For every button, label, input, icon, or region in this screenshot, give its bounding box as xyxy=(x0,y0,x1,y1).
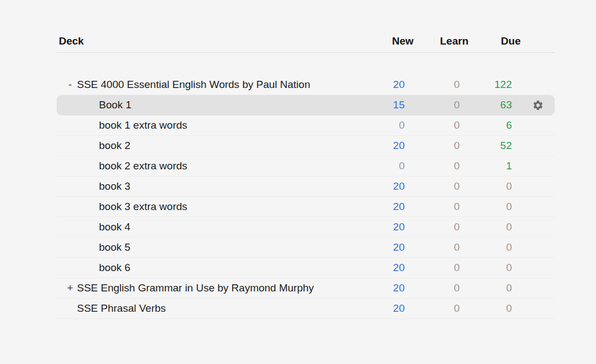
deck-cell: +SSE English Grammar in Use by Raymond M… xyxy=(57,282,372,294)
due-count: 0 xyxy=(468,241,521,253)
due-count: 122 xyxy=(468,79,521,91)
learn-count: 0 xyxy=(413,119,468,131)
deck-row-selected: Book 115063 xyxy=(57,95,555,115)
due-count: 6 xyxy=(468,119,521,131)
gear-icon xyxy=(532,100,544,111)
due-count: 0 xyxy=(468,302,521,315)
deck-table-header: Deck New Learn Due xyxy=(57,30,555,53)
due-count: 0 xyxy=(468,201,521,213)
due-count: 0 xyxy=(468,221,521,233)
learn-count: 0 xyxy=(413,262,468,274)
learn-count: 0 xyxy=(413,79,468,91)
due-count: 0 xyxy=(468,282,521,294)
new-count: 0 xyxy=(372,160,413,172)
deck-name[interactable]: book 4 xyxy=(99,221,130,233)
header-due: Due xyxy=(468,35,521,47)
deck-cell: Book 1 xyxy=(57,99,372,111)
deck-cell: book 3 xyxy=(57,180,372,192)
learn-count: 0 xyxy=(413,201,468,213)
deck-cell: book 1 extra words xyxy=(57,119,372,131)
new-count: 20 xyxy=(372,221,413,233)
new-count: 20 xyxy=(372,140,413,152)
learn-count: 0 xyxy=(413,99,468,111)
deck-rows: -SSE 4000 Essential English Words by Pau… xyxy=(57,75,555,319)
new-count: 20 xyxy=(372,79,413,91)
header-new: New xyxy=(372,35,413,47)
due-count: 0 xyxy=(468,262,521,274)
header-learn: Learn xyxy=(413,35,468,47)
deck-cell: book 4 xyxy=(57,221,372,233)
new-count: 20 xyxy=(372,241,413,253)
deck-row: book 220052 xyxy=(57,136,555,156)
new-count: 20 xyxy=(372,201,413,213)
deck-name[interactable]: book 6 xyxy=(99,262,130,274)
header-deck: Deck xyxy=(57,35,372,47)
deck-name[interactable]: book 3 extra words xyxy=(99,201,187,213)
expand-indicator[interactable]: + xyxy=(63,282,77,294)
deck-row: book 2 extra words001 xyxy=(57,156,555,177)
deck-row: book 1 extra words006 xyxy=(57,115,555,136)
deck-row: book 42000 xyxy=(57,217,555,238)
learn-count: 0 xyxy=(413,241,468,253)
new-count: 20 xyxy=(372,180,413,192)
due-count: 52 xyxy=(468,140,521,152)
deck-cell: SSE Phrasal Verbs xyxy=(57,302,372,315)
learn-count: 0 xyxy=(413,302,468,315)
new-count: 0 xyxy=(372,119,413,131)
deck-name[interactable]: Book 1 xyxy=(99,99,131,111)
learn-count: 0 xyxy=(413,282,468,294)
collapse-indicator[interactable]: - xyxy=(63,79,77,91)
deck-table: Deck New Learn Due -SSE 4000 Essential E… xyxy=(57,30,555,319)
deck-name[interactable]: book 1 extra words xyxy=(99,119,187,131)
new-count: 15 xyxy=(372,99,413,111)
deck-cell: book 2 extra words xyxy=(57,160,372,172)
deck-row: book 62000 xyxy=(57,258,555,278)
deck-cell: book 5 xyxy=(57,241,372,253)
new-count: 20 xyxy=(372,302,413,315)
due-count: 0 xyxy=(468,180,521,192)
deck-name[interactable]: book 2 extra words xyxy=(99,160,187,172)
deck-name[interactable]: book 3 xyxy=(99,180,130,192)
deck-cell: -SSE 4000 Essential English Words by Pau… xyxy=(57,79,372,91)
deck-row: book 32000 xyxy=(57,177,555,197)
learn-count: 0 xyxy=(413,140,468,152)
deck-row: -SSE 4000 Essential English Words by Pau… xyxy=(57,75,555,95)
deck-row: SSE Phrasal Verbs2000 xyxy=(57,299,555,319)
deck-name[interactable]: SSE 4000 Essential English Words by Paul… xyxy=(77,79,310,91)
deck-cell: book 6 xyxy=(57,262,372,274)
deck-row: +SSE English Grammar in Use by Raymond M… xyxy=(57,278,555,299)
deck-row: book 3 extra words2000 xyxy=(57,197,555,217)
deck-name[interactable]: SSE English Grammar in Use by Raymond Mu… xyxy=(77,282,314,294)
learn-count: 0 xyxy=(413,180,468,192)
learn-count: 0 xyxy=(413,221,468,233)
deck-cell: book 2 xyxy=(57,140,372,152)
new-count: 20 xyxy=(372,282,413,294)
deck-name[interactable]: book 5 xyxy=(99,241,130,253)
deck-cell: book 3 extra words xyxy=(57,201,372,213)
due-count: 1 xyxy=(468,160,521,172)
deck-name[interactable]: SSE Phrasal Verbs xyxy=(77,302,166,315)
deck-options-gear-button[interactable] xyxy=(521,100,555,111)
deck-name[interactable]: book 2 xyxy=(99,140,130,152)
learn-count: 0 xyxy=(413,160,468,172)
new-count: 20 xyxy=(372,262,413,274)
due-count: 63 xyxy=(468,99,521,111)
deck-row: book 52000 xyxy=(57,238,555,258)
